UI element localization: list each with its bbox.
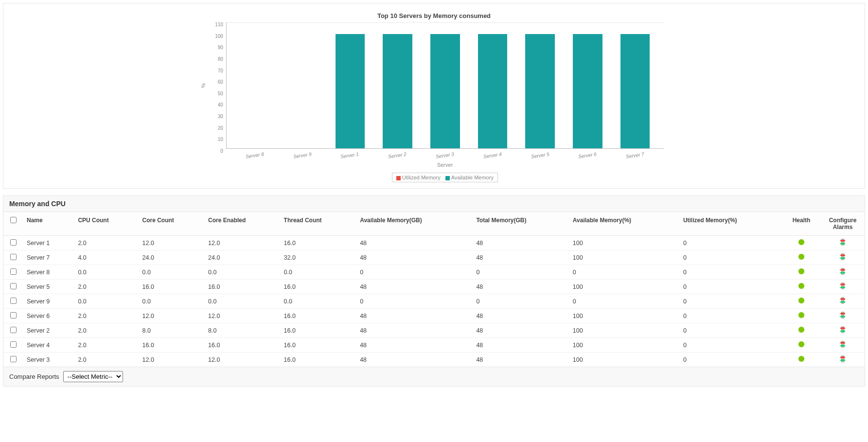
- table-cell: 24.0: [204, 250, 280, 265]
- chart-bar[interactable]: [430, 34, 460, 148]
- chart-y-axis: 1101009080706050403020100: [215, 22, 226, 149]
- row-select-checkbox[interactable]: [10, 341, 17, 348]
- configure-alarms-icon[interactable]: [839, 239, 846, 246]
- legend-item-available[interactable]: Available Memory: [445, 175, 494, 180]
- table-cell: 48: [472, 353, 568, 367]
- row-name-cell[interactable]: Server 5: [23, 280, 74, 294]
- chart-x-tick: Server 7: [611, 149, 659, 161]
- row-select-checkbox[interactable]: [10, 268, 17, 275]
- table-cell: 16.0: [280, 236, 356, 250]
- table-cell: 12.0: [139, 309, 204, 323]
- configure-alarms-icon[interactable]: [839, 312, 846, 318]
- row-select-checkbox[interactable]: [10, 239, 17, 246]
- utilized-memory-swatch-icon: [396, 176, 401, 180]
- row-select-checkbox[interactable]: [10, 283, 17, 289]
- chart-legend: Utilized Memory Available Memory: [226, 173, 664, 182]
- chart-x-tick: Server 2: [373, 149, 421, 161]
- table-cell: 0: [356, 294, 472, 309]
- row-name-cell[interactable]: Server 1: [23, 236, 74, 250]
- table-column-header[interactable]: Configure Alarms: [821, 212, 865, 236]
- table-cell: 0: [356, 265, 472, 280]
- table-cell: 16.0: [280, 309, 356, 323]
- chart-category-slot: [279, 22, 327, 148]
- table-cell: 2.0: [74, 323, 138, 338]
- configure-alarms-icon[interactable]: [839, 283, 846, 289]
- table-column-header[interactable]: [3, 212, 23, 236]
- table-column-header[interactable]: CPU Count: [74, 212, 138, 236]
- table-cell: 0: [472, 294, 568, 309]
- memory-cpu-table: NameCPU CountCore CountCore EnabledThrea…: [3, 212, 865, 367]
- health-status-icon: [798, 239, 804, 245]
- chart-bar[interactable]: [573, 34, 602, 148]
- row-name-cell[interactable]: Server 2: [23, 323, 74, 338]
- table-cell: 2.0: [74, 338, 138, 353]
- select-all-checkbox[interactable]: [10, 217, 17, 223]
- table-cell: 48: [356, 309, 472, 323]
- row-select-checkbox[interactable]: [10, 312, 17, 318]
- table-column-header[interactable]: Thread Count: [280, 212, 356, 236]
- table-column-header[interactable]: Available Memory(%): [569, 212, 679, 236]
- table-cell: 0.0: [280, 265, 356, 280]
- configure-alarms-icon[interactable]: [839, 355, 846, 362]
- row-select-checkbox[interactable]: [10, 327, 17, 333]
- table-section-header: Memory and CPU: [3, 195, 865, 212]
- metric-select[interactable]: --Select Metric--: [63, 371, 123, 382]
- table-column-header[interactable]: Health: [782, 212, 821, 236]
- table-cell: 12.0: [204, 236, 280, 250]
- table-row: Server 32.012.012.016.048481000: [3, 353, 865, 367]
- table-cell: 0.0: [280, 294, 356, 309]
- row-name-cell[interactable]: Server 9: [23, 294, 74, 309]
- chart-category-slot: [611, 22, 659, 148]
- row-name-cell[interactable]: Server 6: [23, 309, 74, 323]
- table-cell: 48: [356, 353, 472, 367]
- chart-bar[interactable]: [336, 34, 365, 148]
- chart-plot-area[interactable]: [226, 22, 664, 149]
- chart-bar[interactable]: [620, 34, 650, 148]
- chart-panel: Top 10 Servers by Memory consumed % 1101…: [3, 3, 865, 189]
- table-column-header[interactable]: Total Memory(GB): [472, 212, 568, 236]
- table-cell: 100: [569, 338, 679, 353]
- table-cell: 48: [472, 250, 568, 265]
- row-select-checkbox[interactable]: [10, 356, 17, 362]
- table-cell: 2.0: [74, 236, 138, 250]
- row-name-cell[interactable]: Server 7: [23, 250, 74, 265]
- row-select-checkbox[interactable]: [10, 298, 17, 304]
- row-name-cell[interactable]: Server 3: [23, 353, 74, 367]
- table-cell: 0: [679, 323, 782, 338]
- chart-x-tick: Server 4: [468, 149, 516, 161]
- configure-alarms-icon[interactable]: [839, 326, 846, 333]
- table-column-header[interactable]: Utilized Memory(%): [679, 212, 782, 236]
- row-name-cell[interactable]: Server 4: [23, 338, 74, 353]
- table-row: Server 80.00.00.00.00000: [3, 265, 865, 280]
- configure-alarms-icon[interactable]: [839, 297, 846, 304]
- row-select-checkbox[interactable]: [10, 254, 17, 260]
- table-column-header[interactable]: Core Count: [139, 212, 204, 236]
- table-column-header[interactable]: Core Enabled: [204, 212, 280, 236]
- compare-reports-bar: Compare Reports --Select Metric--: [3, 367, 865, 387]
- table-cell: 0: [679, 353, 782, 367]
- chart-y-label: %: [200, 83, 206, 88]
- table-column-header[interactable]: Available Memory(GB): [356, 212, 472, 236]
- table-cell: 48: [472, 280, 568, 294]
- table-column-header[interactable]: Name: [23, 212, 74, 236]
- chart-x-tick: Server 8: [231, 149, 279, 161]
- configure-alarms-icon[interactable]: [839, 341, 846, 348]
- chart-bar[interactable]: [383, 34, 412, 148]
- table-row: Server 52.016.016.016.048481000: [3, 280, 865, 294]
- legend-item-utilized[interactable]: Utilized Memory: [396, 175, 441, 180]
- table-cell: 0.0: [74, 294, 138, 309]
- configure-alarms-icon[interactable]: [839, 253, 846, 260]
- table-cell: 2.0: [74, 309, 138, 323]
- configure-alarms-icon[interactable]: [839, 268, 846, 275]
- table-cell: 2.0: [74, 280, 138, 294]
- health-status-icon: [798, 327, 804, 333]
- table-cell: 100: [569, 236, 679, 250]
- table-cell: 48: [472, 338, 568, 353]
- row-name-cell[interactable]: Server 8: [23, 265, 74, 280]
- chart-bar[interactable]: [478, 34, 508, 148]
- chart-x-tick: Server 6: [564, 149, 611, 161]
- table-cell: 12.0: [139, 236, 204, 250]
- table-cell: 16.0: [280, 323, 356, 338]
- chart-bar[interactable]: [525, 34, 555, 148]
- table-cell: 48: [356, 250, 472, 265]
